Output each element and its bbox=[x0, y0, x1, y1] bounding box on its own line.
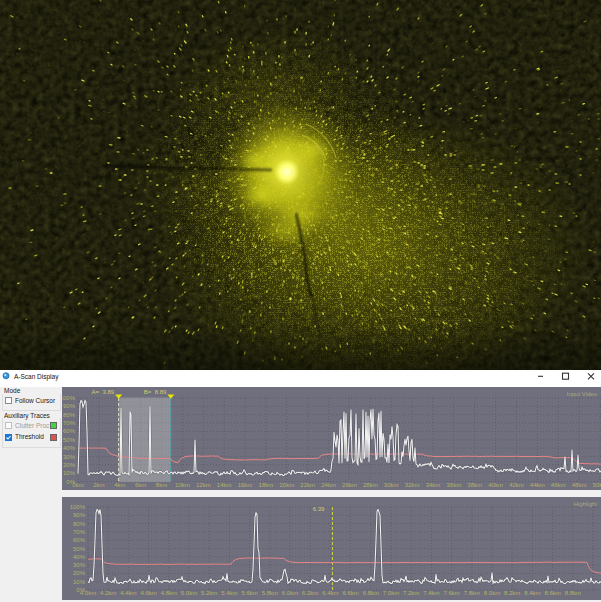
svg-text:4km: 4km bbox=[114, 482, 125, 488]
svg-text:80%: 80% bbox=[73, 521, 86, 527]
svg-text:20km: 20km bbox=[279, 482, 294, 488]
svg-text:10km: 10km bbox=[175, 482, 190, 488]
svg-text:4.6km: 4.6km bbox=[140, 590, 156, 596]
svg-text:4.4km: 4.4km bbox=[120, 590, 136, 596]
svg-text:42km: 42km bbox=[509, 482, 524, 488]
svg-text:4.8km: 4.8km bbox=[161, 590, 177, 596]
svg-text:26km: 26km bbox=[342, 482, 357, 488]
svg-text:5.8km: 5.8km bbox=[262, 590, 278, 596]
svg-text:6.2km: 6.2km bbox=[302, 590, 318, 596]
svg-text:36km: 36km bbox=[446, 482, 461, 488]
svg-text:60%: 60% bbox=[73, 537, 86, 543]
svg-text:40%: 40% bbox=[73, 554, 86, 560]
svg-text:5.4km: 5.4km bbox=[221, 590, 237, 596]
svg-text:40%: 40% bbox=[63, 445, 76, 451]
svg-text:5.6km: 5.6km bbox=[241, 590, 257, 596]
svg-text:28km: 28km bbox=[363, 482, 378, 488]
svg-text:22km: 22km bbox=[300, 482, 315, 488]
svg-text:6km: 6km bbox=[135, 482, 146, 488]
svg-text:8.2km: 8.2km bbox=[504, 590, 520, 596]
svg-text:100%: 100% bbox=[70, 504, 86, 510]
svg-text:7.6km: 7.6km bbox=[443, 590, 459, 596]
svg-text:Highlight: Highlight bbox=[574, 501, 598, 507]
svg-text:30%: 30% bbox=[63, 454, 76, 460]
svg-text:38km: 38km bbox=[467, 482, 482, 488]
svg-text:18km: 18km bbox=[259, 482, 274, 488]
svg-text:20%: 20% bbox=[63, 462, 76, 468]
svg-text:6.39: 6.39 bbox=[313, 506, 325, 512]
svg-text:8.0km: 8.0km bbox=[484, 590, 500, 596]
svg-text:5.0km: 5.0km bbox=[181, 590, 197, 596]
svg-text:34km: 34km bbox=[426, 482, 441, 488]
svg-text:50km: 50km bbox=[593, 482, 601, 488]
svg-text:0km: 0km bbox=[72, 482, 83, 488]
svg-text:44km: 44km bbox=[530, 482, 545, 488]
svg-text:6.8km: 6.8km bbox=[363, 590, 379, 596]
svg-text:90%: 90% bbox=[73, 512, 86, 518]
svg-text:50%: 50% bbox=[73, 546, 86, 552]
svg-text:2km: 2km bbox=[93, 482, 104, 488]
svg-text:12km: 12km bbox=[196, 482, 211, 488]
svg-text:7.2km: 7.2km bbox=[403, 590, 419, 596]
svg-text:60%: 60% bbox=[63, 428, 76, 434]
svg-text:10%: 10% bbox=[63, 470, 76, 476]
svg-text:50%: 50% bbox=[63, 437, 76, 443]
svg-text:7.4km: 7.4km bbox=[423, 590, 439, 596]
svg-text:16km: 16km bbox=[238, 482, 253, 488]
svg-text:32km: 32km bbox=[405, 482, 420, 488]
svg-text:100%: 100% bbox=[62, 395, 76, 401]
svg-text:6.4km: 6.4km bbox=[322, 590, 338, 596]
svg-text:7.0km: 7.0km bbox=[383, 590, 399, 596]
svg-text:30%: 30% bbox=[73, 562, 86, 568]
svg-text:20%: 20% bbox=[73, 570, 86, 576]
svg-text:80%: 80% bbox=[63, 412, 76, 418]
svg-text:30km: 30km bbox=[384, 482, 399, 488]
svg-text:70%: 70% bbox=[63, 420, 76, 426]
svg-text:70%: 70% bbox=[73, 529, 86, 535]
svg-text:8.4km: 8.4km bbox=[524, 590, 540, 596]
svg-text:10%: 10% bbox=[73, 579, 86, 585]
svg-text:8.6km: 8.6km bbox=[544, 590, 560, 596]
svg-text:8km: 8km bbox=[156, 482, 167, 488]
svg-text:14km: 14km bbox=[217, 482, 232, 488]
svg-text:B= 8.89: B= 8.89 bbox=[144, 389, 167, 395]
svg-text:8.8km: 8.8km bbox=[565, 590, 581, 596]
svg-text:5.2km: 5.2km bbox=[201, 590, 217, 596]
svg-text:48km: 48km bbox=[572, 482, 587, 488]
svg-text:24km: 24km bbox=[321, 482, 336, 488]
svg-text:40km: 40km bbox=[488, 482, 503, 488]
svg-text:90%: 90% bbox=[63, 403, 76, 409]
svg-text:6.0km: 6.0km bbox=[282, 590, 298, 596]
svg-text:6.6km: 6.6km bbox=[342, 590, 358, 596]
svg-text:7.8km: 7.8km bbox=[464, 590, 480, 596]
svg-text:46km: 46km bbox=[551, 482, 566, 488]
svg-text:Input Video: Input Video bbox=[567, 391, 598, 397]
svg-text:A= 3.89: A= 3.89 bbox=[92, 389, 115, 395]
svg-text:4.2km: 4.2km bbox=[100, 590, 116, 596]
svg-text:4.0km: 4.0km bbox=[80, 590, 96, 596]
